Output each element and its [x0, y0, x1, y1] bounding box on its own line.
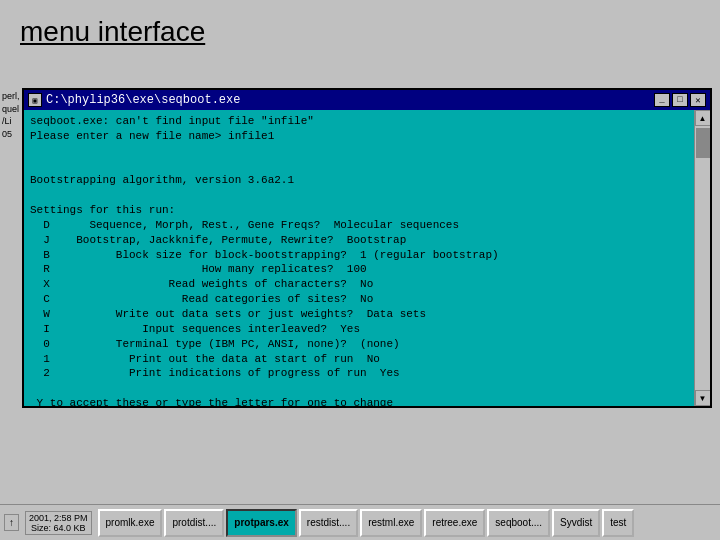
taskbar-btn-promlkexe[interactable]: promlk.exe [98, 509, 163, 537]
taskbar-time-area: 2001, 2:58 PM Size: 64.0 KB [25, 511, 92, 535]
taskbar-btn-syvdist[interactable]: Syvdist [552, 509, 600, 537]
taskbar-btn-restmlexe[interactable]: restml.exe [360, 509, 422, 537]
scroll-down-arrow[interactable]: ▼ [695, 390, 711, 406]
taskbar-btn-test[interactable]: test [602, 509, 634, 537]
taskbar-btn-restdist[interactable]: restdist.... [299, 509, 358, 537]
taskbar: ↑ 2001, 2:58 PM Size: 64.0 KB promlk.exe… [0, 504, 720, 540]
taskbar-btn-seqboot[interactable]: seqboot.... [487, 509, 550, 537]
taskbar-time: 2001, 2:58 PM [29, 513, 88, 523]
window-titlebar: ▣ C:\phylip36\exe\seqboot.exe _ □ ✕ [24, 90, 710, 110]
window-body: seqboot.exe: can't find input file "infi… [24, 110, 710, 406]
titlebar-buttons: _ □ ✕ [654, 93, 706, 107]
taskbar-btn-retreeexe[interactable]: retree.exe [424, 509, 485, 537]
maximize-button[interactable]: □ [672, 93, 688, 107]
start-indicator: ↑ [4, 514, 19, 531]
vertical-scrollbar[interactable]: ▲ ▼ [694, 110, 710, 406]
taskbar-left: ↑ [4, 514, 19, 531]
taskbar-size: Size: 64.0 KB [31, 523, 86, 533]
minimize-button[interactable]: _ [654, 93, 670, 107]
scroll-up-arrow[interactable]: ▲ [695, 110, 711, 126]
scroll-thumb[interactable] [696, 128, 710, 158]
window-icon[interactable]: ▣ [28, 93, 42, 107]
terminal-window: ▣ C:\phylip36\exe\seqboot.exe _ □ ✕ seqb… [22, 88, 712, 408]
window-title: C:\phylip36\exe\seqboot.exe [46, 93, 240, 107]
page-title: menu interface [8, 8, 217, 56]
taskbar-btn-protdist[interactable]: protdist.... [164, 509, 224, 537]
taskbar-buttons: promlk.exeprotdist....protpars.exrestdis… [98, 509, 635, 537]
close-button[interactable]: ✕ [690, 93, 706, 107]
taskbar-btn-protparsex[interactable]: protpars.ex [226, 509, 296, 537]
terminal-content[interactable]: seqboot.exe: can't find input file "infi… [24, 110, 694, 406]
titlebar-left: ▣ C:\phylip36\exe\seqboot.exe [28, 93, 240, 107]
